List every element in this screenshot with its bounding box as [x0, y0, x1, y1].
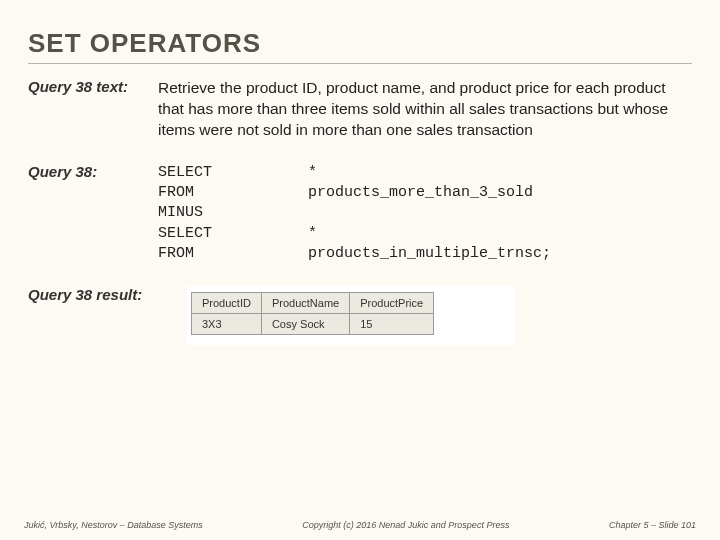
query-sql-block: SELECT * FROM products_more_than_3_sold …	[158, 163, 692, 264]
sql-keyword: FROM	[158, 244, 308, 264]
slide: SET OPERATORS Query 38 text: Retrieve th…	[0, 0, 720, 540]
query-text-row: Query 38 text: Retrieve the product ID, …	[28, 78, 692, 141]
footer-right: Chapter 5 – Slide 101	[609, 520, 696, 530]
cell: Cosy Sock	[261, 314, 349, 335]
sql-keyword: SELECT	[158, 224, 308, 244]
query-text-label: Query 38 text:	[28, 78, 158, 95]
cell: 3X3	[192, 314, 262, 335]
sql-arg: *	[308, 163, 692, 183]
query-sql-row: Query 38: SELECT * FROM products_more_th…	[28, 163, 692, 264]
query-result-row: Query 38 result: ProductID ProductName P…	[28, 286, 692, 345]
slide-title: SET OPERATORS	[28, 28, 692, 64]
sql-arg: *	[308, 224, 692, 244]
sql-keyword: SELECT	[158, 163, 308, 183]
query-result-label: Query 38 result:	[28, 286, 173, 303]
cell: 15	[350, 314, 434, 335]
sql-keyword: FROM	[158, 183, 308, 203]
sql-arg: products_in_multiple_trnsc;	[308, 244, 692, 264]
col-header: ProductID	[192, 293, 262, 314]
sql-keyword: MINUS	[158, 203, 308, 223]
result-box: ProductID ProductName ProductPrice 3X3 C…	[187, 286, 515, 345]
col-header: ProductPrice	[350, 293, 434, 314]
footer: Jukić, Vrbsky, Nestorov – Database Syste…	[0, 520, 720, 530]
query-text-body: Retrieve the product ID, product name, a…	[158, 78, 692, 141]
table-row: 3X3 Cosy Sock 15	[192, 314, 434, 335]
result-table: ProductID ProductName ProductPrice 3X3 C…	[191, 292, 434, 335]
query-sql-label: Query 38:	[28, 163, 158, 180]
table-header-row: ProductID ProductName ProductPrice	[192, 293, 434, 314]
sql-arg: products_more_than_3_sold	[308, 183, 692, 203]
sql-arg	[308, 203, 692, 223]
footer-center: Copyright (c) 2016 Nenad Jukic and Prosp…	[302, 520, 509, 530]
footer-left: Jukić, Vrbsky, Nestorov – Database Syste…	[24, 520, 203, 530]
col-header: ProductName	[261, 293, 349, 314]
